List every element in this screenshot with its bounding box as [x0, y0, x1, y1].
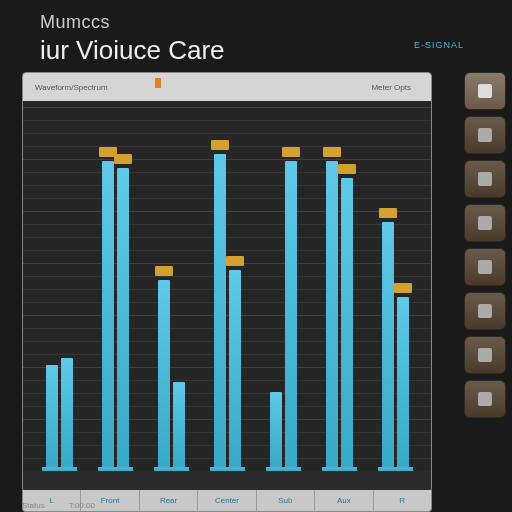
- app-header: Mumccs iur Vioiuce Care: [0, 0, 512, 74]
- footer-status: Status: [22, 501, 45, 510]
- mute-button[interactable]: [464, 160, 506, 198]
- fx-button[interactable]: [464, 336, 506, 374]
- marker-icon: [155, 78, 161, 88]
- app-title-small: Mumccs: [40, 12, 512, 33]
- level-bar: [158, 280, 170, 467]
- solo-icon: [478, 216, 492, 230]
- settings-button[interactable]: [464, 72, 506, 110]
- eq-button[interactable]: [464, 116, 506, 154]
- panel-header: Waveform/Spectrum Meter Opts: [23, 73, 431, 101]
- level-bar: [285, 161, 297, 467]
- panel-header-right[interactable]: Meter Opts: [371, 83, 411, 92]
- level-bars: [23, 101, 431, 471]
- fx-icon: [478, 348, 492, 362]
- level-bar: [326, 161, 338, 467]
- level-bar: [46, 365, 58, 467]
- chart-area: [23, 101, 431, 471]
- bar-group[interactable]: [367, 101, 423, 467]
- save-button[interactable]: [464, 380, 506, 418]
- level-bar: [397, 297, 409, 467]
- loop-icon: [478, 304, 492, 318]
- channel-label[interactable]: R: [374, 490, 431, 511]
- meter-panel: Waveform/Spectrum Meter Opts: [22, 72, 432, 492]
- record-icon: [478, 260, 492, 274]
- eq-icon: [478, 128, 492, 142]
- bar-group[interactable]: [199, 101, 255, 467]
- level-bar: [117, 168, 129, 467]
- channel-label[interactable]: Center: [198, 490, 256, 511]
- level-bar: [229, 270, 241, 467]
- footer-time: T:00:00: [69, 501, 95, 510]
- level-bar: [102, 161, 114, 467]
- bar-group[interactable]: [31, 101, 87, 467]
- signal-badge: E-SIGNAL: [414, 40, 464, 50]
- level-bar: [341, 178, 353, 467]
- loop-button[interactable]: [464, 292, 506, 330]
- solo-button[interactable]: [464, 204, 506, 242]
- bar-group[interactable]: [255, 101, 311, 467]
- level-bar: [270, 392, 282, 467]
- level-bar: [214, 154, 226, 467]
- sidebar: [464, 72, 506, 418]
- save-icon: [478, 392, 492, 406]
- level-bar: [61, 358, 73, 467]
- level-bar: [382, 222, 394, 467]
- panel-header-left: Waveform/Spectrum: [35, 83, 371, 92]
- bar-group[interactable]: [311, 101, 367, 467]
- channel-label[interactable]: Aux: [315, 490, 373, 511]
- level-bar: [173, 382, 185, 467]
- mute-icon: [478, 172, 492, 186]
- bar-group[interactable]: [87, 101, 143, 467]
- bar-group[interactable]: [143, 101, 199, 467]
- footer: Status T:00:00: [22, 501, 95, 510]
- channel-label[interactable]: Sub: [257, 490, 315, 511]
- settings-icon: [478, 84, 492, 98]
- record-button[interactable]: [464, 248, 506, 286]
- channel-label[interactable]: Rear: [140, 490, 198, 511]
